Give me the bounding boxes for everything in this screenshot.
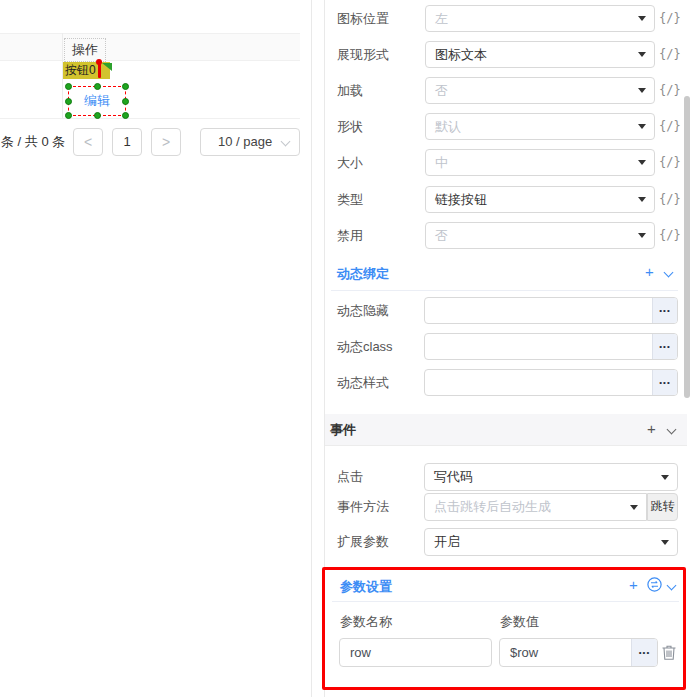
caret-down-icon [638,88,646,93]
selection-box[interactable]: 编辑 [68,86,126,116]
param-value-header: 参数值 [500,613,539,631]
transfer-icon[interactable] [647,577,662,592]
more-button[interactable]: ••• [652,370,677,395]
collapse-chevron-icon[interactable] [664,268,674,278]
param-value-value: $row [510,639,538,666]
param-name-header: 参数名称 [340,613,392,631]
add-param-icon[interactable]: + [629,576,638,593]
dynamic-hide-input[interactable]: ••• [424,297,678,324]
select-value: 链接按钮 [435,187,487,212]
disabled-select[interactable]: 否 [425,222,655,249]
select-placeholder: 点击跳转后自动生成 [434,494,551,520]
ellipsis-icon: ••• [659,342,670,351]
dynamic-style-input[interactable]: ••• [424,369,678,396]
display-form-select[interactable]: 图标文本 [425,41,655,68]
code-binding-icon[interactable]: {/} [659,149,681,176]
resize-handle-n[interactable] [94,83,101,90]
resize-handle-w[interactable] [65,98,72,105]
field-label-event-method: 事件方法 [337,493,389,520]
code-binding-icon[interactable]: {/} [659,5,681,32]
code-binding-icon[interactable]: {/} [659,222,681,249]
param-name-input[interactable]: row [339,638,492,667]
resize-handle-ne[interactable] [122,83,129,90]
pagination-next-button[interactable]: > [151,128,181,156]
field-label-dynamic-hide: 动态隐藏 [337,297,389,324]
field-label-display-form: 展现形式 [337,41,389,68]
caret-down-icon [638,16,646,21]
field-label-extend-params: 扩展参数 [337,528,389,555]
field-label-type: 类型 [337,186,363,213]
size-select[interactable]: 中 [425,149,655,176]
select-value: 否 [435,78,448,103]
extend-params-select[interactable]: 开启 [424,528,678,556]
select-value: 开启 [434,529,460,555]
shape-select[interactable]: 默认 [425,113,655,140]
field-label-size: 大小 [337,149,363,176]
more-button[interactable]: ••• [652,298,677,323]
field-label-loading: 加载 [337,77,363,104]
type-select[interactable]: 链接按钮 [425,186,655,213]
click-event-select[interactable]: 写代码 [424,463,678,491]
more-button[interactable]: ••• [631,639,657,666]
resize-handle-e[interactable] [122,98,129,105]
code-binding-icon[interactable]: {/} [659,77,681,104]
code-binding-icon[interactable]: {/} [659,41,681,68]
chevron-down-icon [281,137,291,147]
app-frame: 操作 按钮0 编辑 条 / 共 0 条 < 1 > 10 / page 图标位置… [0,0,692,697]
caret-down-icon [661,540,669,545]
field-label-disabled: 禁用 [337,222,363,249]
icon-position-select[interactable]: 左 [425,5,655,32]
param-settings-title: 参数设置 [340,578,392,596]
param-value-input[interactable]: $row ••• [499,638,658,667]
add-binding-icon[interactable]: + [645,263,654,280]
pagination-page-1-button[interactable]: 1 [112,128,142,156]
param-settings-section: 参数设置 + 参数名称 参数值 row $row ••• [322,567,686,690]
pin-flag-shape [102,63,112,71]
pagination-total: 条 / 共 0 条 [1,128,65,156]
caret-down-icon [638,233,646,238]
page-size-value: 10 / page [218,134,272,149]
pagination-prev-button[interactable]: < [73,128,103,156]
resize-handle-s[interactable] [94,112,101,119]
events-section-header: 事件 + [325,414,687,446]
loading-select[interactable]: 否 [425,77,655,104]
field-label-dynamic-class: 动态class [337,333,393,360]
collapse-chevron-icon[interactable] [667,581,677,591]
panel-scrollbar[interactable] [684,96,690,398]
caret-down-icon [630,505,638,510]
pin-head-shape [96,59,102,65]
table-row-divider [0,118,300,119]
caret-down-icon [638,52,646,57]
resize-handle-sw[interactable] [65,112,72,119]
table-header-row [0,33,300,61]
field-label-dynamic-style: 动态样式 [337,369,389,396]
event-method-select[interactable]: 点击跳转后自动生成 [424,493,647,521]
code-binding-icon[interactable]: {/} [659,113,681,140]
select-value: 图标文本 [435,42,487,67]
delete-param-icon[interactable] [661,644,677,661]
select-value: 写代码 [434,464,473,490]
select-value: 默认 [435,114,461,139]
more-button[interactable]: ••• [652,334,677,359]
resize-handle-nw[interactable] [65,83,72,90]
page-size-select[interactable]: 10 / page [200,128,300,156]
caret-down-icon [638,160,646,165]
caret-down-icon [638,197,646,202]
field-label-icon-position: 图标位置 [337,5,389,32]
add-event-icon[interactable]: + [647,420,656,437]
resize-handle-se[interactable] [122,112,129,119]
collapse-chevron-icon[interactable] [667,425,677,435]
jump-button[interactable]: 跳转 [647,493,678,521]
field-label-click: 点击 [337,463,363,490]
ellipsis-icon: ••• [659,306,670,315]
caret-down-icon [661,475,669,480]
select-value: 否 [435,223,448,248]
section-divider [331,290,678,291]
select-value: 中 [435,150,448,175]
edit-button[interactable]: 编辑 [69,87,125,115]
ellipsis-icon: ••• [639,648,650,657]
dynamic-class-input[interactable]: ••• [424,333,678,360]
code-binding-icon[interactable]: {/} [659,186,681,213]
dynamic-binding-title: 动态绑定 [337,265,389,283]
select-value: 左 [435,6,448,31]
